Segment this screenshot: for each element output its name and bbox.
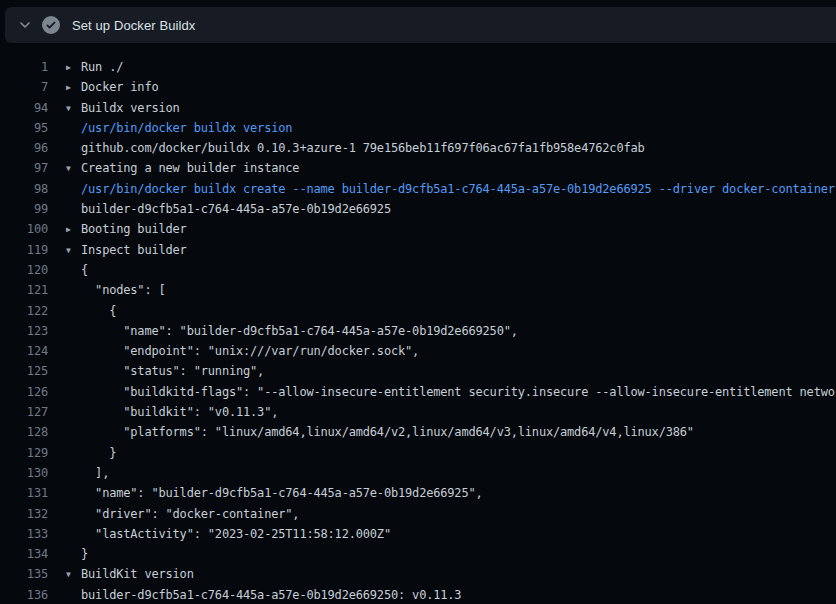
line-number[interactable]: 124: [0, 341, 48, 361]
line-number[interactable]: 125: [0, 361, 48, 381]
log-line: 136builder-d9cfb5a1-c764-445a-a57e-0b19d…: [0, 585, 836, 604]
log-line: 120{: [0, 260, 836, 280]
log-group-row[interactable]: 100▶Booting builder: [0, 219, 836, 239]
log-group-row[interactable]: 94▼Buildx version: [0, 98, 836, 118]
line-number[interactable]: 7: [0, 77, 48, 97]
line-number[interactable]: 1: [0, 57, 48, 77]
line-content[interactable]: ▼Creating a new builder instance: [48, 158, 299, 178]
line-number[interactable]: 134: [0, 544, 48, 564]
line-content: }: [48, 443, 116, 463]
triangle-down-icon[interactable]: ▼: [66, 241, 81, 261]
line-content: /usr/bin/docker buildx version: [48, 118, 292, 138]
log-line: 98/usr/bin/docker buildx create --name b…: [0, 179, 836, 199]
log-group-row[interactable]: 119▼Inspect builder: [0, 240, 836, 260]
log-group-row[interactable]: 7▶Docker info: [0, 77, 836, 97]
line-text: "buildkit": "v0.11.3",: [81, 405, 278, 419]
log-line: 95/usr/bin/docker buildx version: [0, 118, 836, 138]
log-line: 123 "name": "builder-d9cfb5a1-c764-445a-…: [0, 321, 836, 341]
line-content: "buildkitd-flags": "--allow-insecure-ent…: [48, 382, 836, 402]
line-text: builder-d9cfb5a1-c764-445a-a57e-0b19d2e6…: [81, 588, 461, 602]
triangle-right-icon[interactable]: ▶: [66, 58, 81, 78]
line-number[interactable]: 94: [0, 98, 48, 118]
log-line: 122 {: [0, 301, 836, 321]
line-content[interactable]: ▶Docker info: [48, 77, 159, 97]
line-content: "endpoint": "unix:///var/run/docker.sock…: [48, 341, 419, 361]
line-text: "status": "running",: [81, 364, 264, 378]
line-content[interactable]: ▼BuildKit version: [48, 564, 194, 584]
line-number[interactable]: 99: [0, 199, 48, 219]
line-number[interactable]: 98: [0, 179, 48, 199]
line-number[interactable]: 128: [0, 422, 48, 442]
log-line: 131 "name": "builder-d9cfb5a1-c764-445a-…: [0, 483, 836, 503]
line-number[interactable]: 120: [0, 260, 48, 280]
line-number[interactable]: 121: [0, 280, 48, 300]
log-group-row[interactable]: 1▶Run ./: [0, 57, 836, 77]
line-content: "status": "running",: [48, 361, 264, 381]
line-content[interactable]: ▶Booting builder: [48, 219, 187, 239]
line-number[interactable]: 129: [0, 443, 48, 463]
log-line: 126 "buildkitd-flags": "--allow-insecure…: [0, 382, 836, 402]
line-content: }: [48, 544, 88, 564]
line-text: "name": "builder-d9cfb5a1-c764-445a-a57e…: [81, 486, 483, 500]
line-text: Docker info: [81, 80, 159, 94]
line-text: BuildKit version: [81, 567, 194, 581]
line-number[interactable]: 132: [0, 504, 48, 524]
line-number[interactable]: 136: [0, 585, 48, 604]
line-content: "name": "builder-d9cfb5a1-c764-445a-a57e…: [48, 483, 483, 503]
line-content: "driver": "docker-container",: [48, 504, 299, 524]
log-line: 125 "status": "running",: [0, 361, 836, 381]
log-line: 130 ],: [0, 463, 836, 483]
line-text: Creating a new builder instance: [81, 161, 299, 175]
log-line: 134}: [0, 544, 836, 564]
log-output: 1▶Run ./7▶Docker info94▼Buildx version95…: [0, 57, 836, 604]
line-text: "endpoint": "unix:///var/run/docker.sock…: [81, 344, 419, 358]
log-line: 121 "nodes": [: [0, 280, 836, 300]
log-line: 129 }: [0, 443, 836, 463]
log-line: 99builder-d9cfb5a1-c764-445a-a57e-0b19d2…: [0, 199, 836, 219]
triangle-down-icon[interactable]: ▼: [66, 159, 81, 179]
line-number[interactable]: 100: [0, 219, 48, 239]
line-number[interactable]: 135: [0, 564, 48, 584]
triangle-down-icon[interactable]: ▼: [66, 99, 81, 119]
line-number[interactable]: 130: [0, 463, 48, 483]
line-content[interactable]: ▼Buildx version: [48, 98, 180, 118]
line-content[interactable]: ▶Run ./: [48, 57, 123, 77]
line-text: "name": "builder-d9cfb5a1-c764-445a-a57e…: [81, 324, 518, 338]
triangle-down-icon[interactable]: ▼: [66, 565, 81, 585]
line-number[interactable]: 119: [0, 240, 48, 260]
line-text: builder-d9cfb5a1-c764-445a-a57e-0b19d2e6…: [81, 202, 391, 216]
line-content: {: [48, 301, 116, 321]
line-content: "lastActivity": "2023-02-25T11:58:12.000…: [48, 524, 391, 544]
line-text: ],: [81, 466, 109, 480]
line-content: builder-d9cfb5a1-c764-445a-a57e-0b19d2e6…: [48, 199, 391, 219]
line-content: "buildkit": "v0.11.3",: [48, 402, 278, 422]
line-number[interactable]: 122: [0, 301, 48, 321]
line-number[interactable]: 133: [0, 524, 48, 544]
log-group-row[interactable]: 135▼BuildKit version: [0, 564, 836, 584]
line-text: "platforms": "linux/amd64,linux/amd64/v2…: [81, 425, 694, 439]
line-number[interactable]: 126: [0, 382, 48, 402]
line-text: "driver": "docker-container",: [81, 507, 299, 521]
line-text: Run ./: [81, 60, 123, 74]
line-number[interactable]: 123: [0, 321, 48, 341]
line-content: /usr/bin/docker buildx create --name bui…: [48, 179, 835, 199]
triangle-right-icon[interactable]: ▶: [66, 78, 81, 98]
chevron-down-icon: [18, 18, 32, 32]
line-text: Buildx version: [81, 101, 180, 115]
log-group-row[interactable]: 97▼Creating a new builder instance: [0, 158, 836, 178]
line-text: }: [81, 446, 116, 460]
line-number[interactable]: 96: [0, 138, 48, 158]
step-title: Set up Docker Buildx: [72, 18, 195, 33]
line-number[interactable]: 95: [0, 118, 48, 138]
line-number[interactable]: 127: [0, 402, 48, 422]
log-line: 96github.com/docker/buildx 0.10.3+azure-…: [0, 138, 836, 158]
line-text: Inspect builder: [81, 243, 187, 257]
line-number[interactable]: 131: [0, 483, 48, 503]
line-number[interactable]: 97: [0, 158, 48, 178]
triangle-right-icon[interactable]: ▶: [66, 220, 81, 240]
log-line: 127 "buildkit": "v0.11.3",: [0, 402, 836, 422]
line-text: Booting builder: [81, 222, 187, 236]
line-content[interactable]: ▼Inspect builder: [48, 240, 187, 260]
step-header-setup-docker-buildx[interactable]: Set up Docker Buildx: [5, 7, 836, 43]
log-line: 132 "driver": "docker-container",: [0, 504, 836, 524]
